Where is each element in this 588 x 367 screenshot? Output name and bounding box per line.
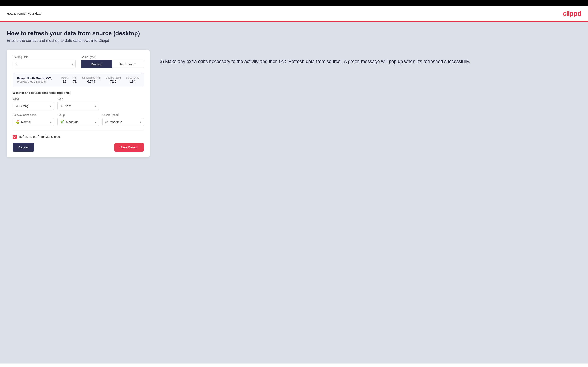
- rain-icon: ✳: [60, 104, 63, 108]
- rain-select[interactable]: None Light Moderate Heavy: [65, 104, 95, 108]
- main-content: How to refresh your data from source (de…: [0, 22, 588, 363]
- stat-holes-value: 18: [63, 80, 66, 83]
- rough-chevron-icon: ▾: [95, 121, 96, 124]
- wind-chevron-icon: ▾: [50, 105, 51, 108]
- course-name: Royal North Devon GC,: [17, 76, 55, 80]
- rough-label: Rough: [57, 113, 99, 117]
- wind-select[interactable]: Strong None Light Moderate: [20, 104, 50, 108]
- sidebar-text: 3) Make any extra edits necessary to the…: [160, 50, 581, 65]
- starting-hole-select-wrapper: 1 10 ▾: [13, 60, 76, 68]
- rough-select[interactable]: Moderate Short Normal Long: [66, 120, 95, 124]
- stat-course-rating: Course rating 72.5: [106, 76, 121, 83]
- stat-course-rating-label: Course rating: [106, 76, 121, 79]
- stat-slope-rating: Slope rating 134: [126, 76, 139, 83]
- conditions-title: Weather and course conditions (optional): [13, 91, 144, 94]
- stat-yards-label: Yards/White (M)): [82, 76, 101, 79]
- footer: Copyright Clippd 2022: [0, 363, 588, 367]
- fairway-chevron-icon: ▾: [50, 121, 51, 124]
- fairway-group: Fairway Conditions ⛳ Normal Dry Wet ▾: [13, 113, 54, 126]
- stat-yards: Yards/White (M)) 6,744: [82, 76, 101, 83]
- header: How to refresh your data clippd: [0, 6, 588, 22]
- starting-hole-label: Starting Hole: [13, 55, 76, 58]
- top-bar: [0, 0, 588, 6]
- top-form-row: Starting Hole 1 10 ▾ Game Type Practice …: [13, 55, 144, 68]
- rough-group: Rough 🌿 Moderate Short Normal Long ▾: [57, 113, 99, 126]
- save-button[interactable]: Save Details: [114, 143, 144, 152]
- course-stats: Holes 18 Par 72 Yards/White (M)) 6,744 C…: [61, 76, 139, 83]
- page-subheading: Ensure the correct and most up to date d…: [7, 38, 581, 43]
- cancel-button[interactable]: Cancel: [13, 143, 34, 152]
- green-speed-chevron-icon: ▾: [140, 121, 141, 124]
- content-row: Starting Hole 1 10 ▾ Game Type Practice …: [7, 50, 581, 158]
- green-speed-select[interactable]: Moderate Slow Fast: [110, 120, 140, 124]
- stat-holes-label: Holes: [61, 76, 68, 79]
- tournament-button[interactable]: Tournament: [112, 60, 144, 68]
- conditions-row-2: Fairway Conditions ⛳ Normal Dry Wet ▾ Ro…: [13, 113, 144, 126]
- checkmark-icon: [13, 135, 16, 138]
- wind-select-wrapper: ≋ Strong None Light Moderate ▾: [13, 102, 54, 110]
- stat-par-label: Par: [73, 76, 77, 79]
- green-speed-icon: ◎: [105, 120, 108, 124]
- refresh-checkbox-row: Refresh shots from data source: [13, 134, 144, 139]
- rain-chevron-icon: ▾: [95, 105, 96, 108]
- conditions-row-1: Wind ≋ Strong None Light Moderate ▾ Rain: [13, 97, 144, 110]
- wind-icon: ≋: [15, 104, 18, 108]
- rain-group: Rain ✳ None Light Moderate Heavy ▾: [57, 97, 99, 110]
- sidebar-description: 3) Make any extra edits necessary to the…: [160, 58, 581, 65]
- stat-slope-rating-label: Slope rating: [126, 76, 139, 79]
- starting-hole-group: Starting Hole 1 10 ▾: [13, 55, 76, 68]
- rough-select-wrapper: 🌿 Moderate Short Normal Long ▾: [57, 118, 99, 126]
- rain-label: Rain: [57, 97, 99, 100]
- page-heading: How to refresh your data from source (de…: [7, 30, 581, 37]
- game-type-group: Game Type Practice Tournament: [81, 55, 144, 68]
- refresh-checkbox-label: Refresh shots from data source: [19, 135, 60, 138]
- fairway-select-wrapper: ⛳ Normal Dry Wet ▾: [13, 118, 54, 126]
- course-info: Royal North Devon GC, Westward Ho!, Engl…: [17, 76, 55, 83]
- wind-label: Wind: [13, 97, 54, 100]
- stat-par: Par 72: [73, 76, 77, 83]
- game-type-label: Game Type: [81, 55, 144, 58]
- button-row: Cancel Save Details: [13, 143, 144, 152]
- stat-slope-rating-value: 134: [130, 80, 135, 83]
- stat-yards-value: 6,744: [87, 80, 95, 83]
- green-speed-select-wrapper: ◎ Moderate Slow Fast ▾: [102, 118, 144, 126]
- course-location: Westward Ho!, England: [17, 80, 55, 83]
- logo: clippd: [563, 10, 581, 17]
- stat-course-rating-value: 72.5: [110, 80, 116, 83]
- game-type-toggle: Practice Tournament: [81, 60, 144, 68]
- rough-icon: 🌿: [60, 120, 64, 124]
- stat-holes: Holes 18: [61, 76, 68, 83]
- divider: [13, 130, 144, 130]
- green-speed-group: Green Speed ◎ Moderate Slow Fast ▾: [102, 113, 144, 126]
- form-card: Starting Hole 1 10 ▾ Game Type Practice …: [7, 50, 150, 158]
- header-title: How to refresh your data: [7, 12, 41, 15]
- stat-par-value: 72: [73, 80, 77, 83]
- fairway-icon: ⛳: [15, 120, 19, 124]
- refresh-checkbox[interactable]: [13, 134, 17, 139]
- rain-select-wrapper: ✳ None Light Moderate Heavy ▾: [57, 102, 99, 110]
- fairway-select[interactable]: Normal Dry Wet: [21, 120, 50, 124]
- starting-hole-select[interactable]: 1 10: [13, 60, 76, 68]
- fairway-label: Fairway Conditions: [13, 113, 54, 117]
- wind-group: Wind ≋ Strong None Light Moderate ▾: [13, 97, 54, 110]
- course-row: Royal North Devon GC, Westward Ho!, Engl…: [13, 73, 144, 87]
- practice-button[interactable]: Practice: [81, 60, 112, 68]
- green-speed-label: Green Speed: [102, 113, 144, 117]
